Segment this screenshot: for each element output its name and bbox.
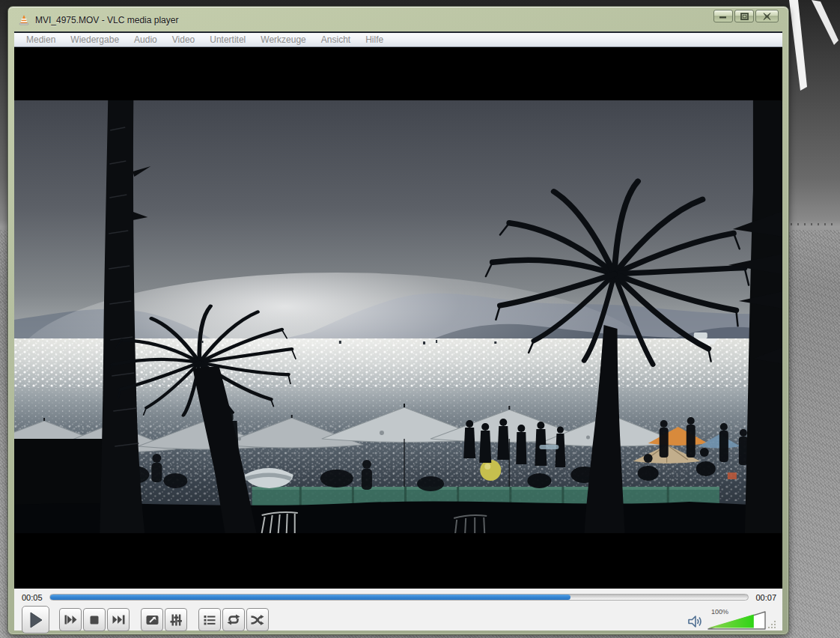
speaker-icon[interactable]: [687, 615, 704, 628]
menu-untertitel[interactable]: Untertitel: [202, 33, 253, 46]
vlc-window: MVI_4975.MOV - VLC media player Medien: [7, 6, 789, 635]
close-icon: [763, 13, 771, 20]
elapsed-time: 00:05: [22, 593, 43, 602]
skip-forward-icon: [112, 615, 125, 625]
minimize-button[interactable]: [713, 10, 733, 22]
total-time: 00:07: [755, 593, 776, 602]
stop-button[interactable]: [83, 608, 106, 631]
play-button[interactable]: [22, 606, 49, 634]
vlc-cone-icon: [18, 14, 30, 26]
fullscreen-icon: [146, 615, 159, 625]
video-display: [14, 47, 782, 589]
random-button[interactable]: [246, 608, 269, 631]
menu-wiedergabe[interactable]: Wiedergabe: [63, 33, 127, 46]
fullscreen-button[interactable]: [141, 608, 163, 631]
menubar: Medien Wiedergabe Audio Video Untertitel…: [14, 31, 782, 47]
menu-audio[interactable]: Audio: [127, 33, 165, 46]
playlist-button[interactable]: [198, 608, 221, 631]
menu-ansicht[interactable]: Ansicht: [314, 33, 358, 46]
volume-slider[interactable]: [707, 610, 766, 630]
stop-icon: [90, 616, 99, 625]
equalizer-icon: [170, 614, 182, 626]
wallpaper-turbine-blades: [782, 0, 840, 99]
menu-video[interactable]: Video: [165, 33, 202, 46]
menu-medien[interactable]: Medien: [19, 33, 63, 46]
seek-progress: [50, 595, 570, 600]
skip-back-icon: [64, 615, 77, 625]
window-title: MVI_4975.MOV - VLC media player: [35, 15, 178, 25]
video-frame: [14, 100, 782, 533]
beach-scene: [14, 100, 782, 533]
maximize-button[interactable]: [734, 10, 754, 22]
menu-werkzeuge[interactable]: Werkzeuge: [253, 33, 313, 46]
maximize-icon: [740, 13, 749, 20]
next-button[interactable]: [107, 608, 130, 631]
minimize-icon: [719, 13, 727, 19]
previous-button[interactable]: [59, 608, 82, 631]
titlebar[interactable]: MVI_4975.MOV - VLC media player: [8, 7, 788, 31]
resize-grip[interactable]: [768, 620, 776, 628]
playlist-icon: [204, 615, 216, 625]
play-icon: [29, 612, 43, 628]
close-button[interactable]: [755, 10, 779, 22]
transport-panel: 00:05 00:07: [14, 589, 782, 631]
shuffle-icon: [251, 615, 264, 625]
loop-icon: [227, 614, 240, 625]
extended-settings-button[interactable]: [165, 608, 187, 631]
desktop: MVI_4975.MOV - VLC media player Medien: [0, 0, 840, 638]
wallpaper-horizon-figures: [791, 223, 837, 225]
loop-button[interactable]: [222, 608, 245, 631]
seek-slider[interactable]: [49, 594, 749, 601]
menu-hilfe[interactable]: Hilfe: [358, 33, 391, 46]
